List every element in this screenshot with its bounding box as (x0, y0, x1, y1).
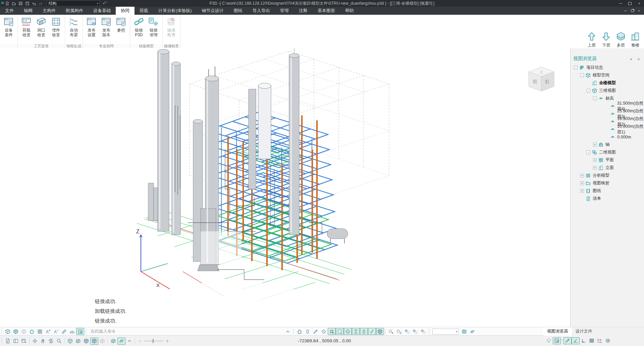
tree-item[interactable]: 清单 (571, 195, 644, 203)
zoom-in-icon[interactable]: + (166, 338, 169, 344)
grid-toggle-icon[interactable] (328, 328, 336, 335)
menu-tab-2[interactable]: 主构件 (38, 7, 61, 15)
tree-item-label[interactable]: 二维视图 (599, 150, 616, 155)
grid-table-icon[interactable] (588, 337, 596, 344)
ucs-move-icon[interactable] (596, 337, 604, 344)
match-props-2-icon[interactable] (411, 328, 419, 335)
menu-tab-4[interactable]: 设备基础 (88, 7, 116, 15)
clear-selection-icon[interactable] (387, 328, 395, 335)
view-hidden-line-icon[interactable] (74, 338, 82, 345)
tree-expand-toggle[interactable]: + (580, 174, 584, 177)
tree-item-label[interactable]: 分析模型 (593, 173, 609, 178)
active-drawing-icon[interactable] (76, 328, 84, 335)
tree-expand-toggle[interactable]: + (580, 189, 584, 193)
menu-tab-10[interactable]: 导入导出 (248, 7, 275, 15)
pan-icon[interactable] (39, 338, 47, 345)
load-intake-button[interactable]: 荷载收资 (19, 16, 34, 37)
grid-cube-icon[interactable] (460, 328, 468, 335)
ortho-mode-icon[interactable] (580, 337, 588, 344)
upper-layer-button[interactable]: 上层 (585, 31, 598, 48)
publish-version-button[interactable]: 发布版本 (99, 16, 114, 37)
tree-item-label[interactable]: 轴 (605, 142, 610, 148)
tree-expand-toggle[interactable]: - (593, 97, 597, 100)
menu-tab-14[interactable]: 帮助 (340, 7, 359, 15)
shaded-cube-icon[interactable] (12, 328, 20, 335)
tree-item[interactable]: + 轴 (571, 141, 644, 149)
tree-item-label[interactable]: 图纸 (593, 188, 601, 194)
box-select-caret-icon[interactable]: ⌃ (561, 339, 564, 342)
angle-snap-icon[interactable] (572, 337, 580, 344)
menu-tab-3[interactable]: 附属构件 (61, 7, 88, 15)
roof-snap-icon[interactable] (296, 328, 304, 335)
command-input[interactable]: 在此输入命令 (91, 329, 116, 334)
panel-menu-icon[interactable]: ▾ (630, 57, 632, 61)
tree-expand-toggle[interactable]: + (580, 181, 584, 185)
model-viewport[interactable]: Z X 上 前 右 链接成功. 卸载链接成功. 链接成功. (0, 48, 570, 327)
measure-ruler-icon[interactable] (60, 328, 68, 335)
tree-item[interactable]: + 图纸 (571, 187, 644, 195)
tree-item-label[interactable]: 立面 (605, 165, 614, 171)
font-minus-icon[interactable] (52, 328, 60, 335)
doc-minimize-button[interactable] (623, 8, 629, 13)
draw-line-snap-icon[interactable] (564, 337, 572, 344)
multi-layer-button[interactable]: 多层 (614, 31, 628, 48)
tree-expand-toggle[interactable]: - (574, 66, 578, 69)
menu-tab-12[interactable]: 注释 (294, 7, 313, 15)
window-minimize-button[interactable] (616, 0, 625, 7)
settings-gear-icon[interactable] (604, 337, 612, 344)
tree-expand-toggle[interactable]: - (587, 151, 590, 154)
doc-restore-button[interactable] (629, 8, 635, 13)
view-shaded-icon[interactable] (90, 338, 98, 345)
zoom-slider[interactable]: − + (139, 338, 169, 344)
tree-expand-toggle[interactable]: - (580, 73, 584, 77)
tree-item-label[interactable]: 标高 (605, 96, 614, 101)
pin-snap-icon[interactable] (304, 328, 312, 335)
tree-item[interactable]: - 二维视图 (571, 149, 644, 156)
add-view-icon[interactable] (20, 338, 28, 345)
tree-expand-toggle[interactable]: + (593, 158, 597, 162)
menu-tab-0[interactable]: 文件 (0, 7, 19, 15)
tree-expand-toggle[interactable]: + (593, 166, 597, 170)
menu-tab-9[interactable]: 图纸 (229, 7, 248, 15)
font-plus-icon[interactable] (44, 328, 52, 335)
tab-view-browser[interactable]: 视图浏览器 (543, 327, 572, 336)
zoom-out-icon[interactable]: − (139, 338, 141, 344)
tree-item-label[interactable]: 三维视图 (599, 88, 616, 94)
grid-box-icon[interactable] (36, 328, 44, 335)
pencil-snap-icon[interactable] (312, 328, 320, 335)
zoom-window-icon[interactable] (55, 338, 63, 345)
menu-tab-13[interactable]: 基本图形 (313, 7, 340, 15)
menu-tab-7[interactable]: 计算分析(体验版) (153, 7, 197, 15)
zoom-slider-thumb[interactable] (153, 339, 154, 343)
frame-toggle-icon[interactable] (336, 328, 344, 335)
match-props-1-icon[interactable] (403, 328, 411, 335)
line-toggle-icon[interactable] (368, 328, 376, 335)
collapse-toolbar-icon[interactable] (284, 328, 292, 335)
opening-intake-button[interactable]: 洞口收资 (34, 16, 49, 37)
tree-item[interactable]: - 三维视图 (571, 87, 644, 95)
lasso-select-icon[interactable] (545, 337, 553, 344)
embed-intake-button[interactable]: 埋件收资 (49, 16, 63, 37)
tree-item-label[interactable]: 平面 (605, 157, 614, 163)
lower-layer-button[interactable]: 下层 (599, 31, 613, 48)
section-toggle-icon[interactable] (352, 328, 360, 335)
toolbar-options-icon[interactable]: ▾ (102, 1, 108, 6)
view-wireframe-icon[interactable] (66, 338, 74, 345)
section-view-icon[interactable] (117, 338, 125, 345)
auto-beam-button[interactable]: 自动布梁 (66, 16, 81, 37)
tree-item-label[interactable]: 0.000m (617, 135, 631, 139)
work-plane-icon[interactable] (468, 328, 476, 335)
profile-combo[interactable]: 结构 ▾ (47, 0, 100, 6)
wire-cube-icon[interactable] (4, 328, 12, 335)
tree-item[interactable]: 全楼模型 (571, 79, 644, 87)
panel-close-icon[interactable]: × (637, 57, 640, 62)
fit-view-icon[interactable] (31, 338, 39, 345)
tree-item[interactable]: + 平面 (571, 156, 644, 164)
solid-toggle-icon[interactable] (376, 328, 384, 335)
tree-item[interactable]: 10.000m(自然层1) (571, 125, 644, 133)
reference-button[interactable]: 参照 (114, 16, 128, 33)
tile-views-icon[interactable] (12, 338, 20, 345)
box-select-icon[interactable] (553, 337, 561, 344)
tree-item-label[interactable]: 清单 (593, 196, 601, 201)
tab-design-files[interactable]: 设计文件 (572, 327, 596, 336)
